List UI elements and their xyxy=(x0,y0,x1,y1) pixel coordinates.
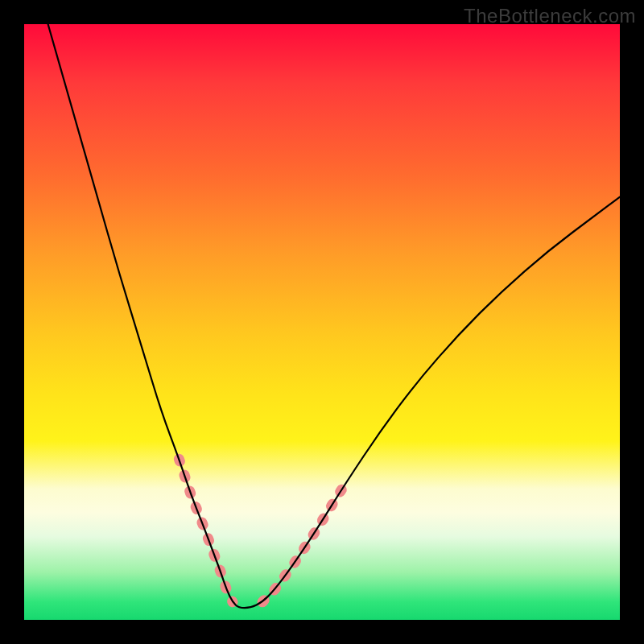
bottleneck-curve xyxy=(48,24,620,608)
chart-frame: TheBottleneck.com xyxy=(0,0,644,644)
plot-area xyxy=(24,24,620,620)
curve-highlight-dots xyxy=(179,459,345,602)
curve-overlay xyxy=(24,24,620,620)
highlight-segment xyxy=(262,483,346,602)
